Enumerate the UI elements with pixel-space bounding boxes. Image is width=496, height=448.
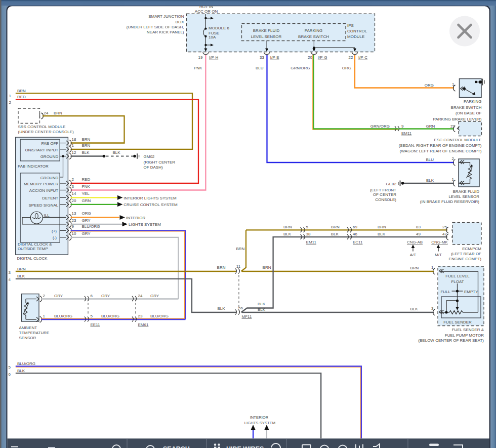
svg-text:BRN: BRN [378,225,386,229]
svg-text:BLK: BLK [82,150,90,155]
svg-text:GRY: GRY [54,294,63,298]
svg-text:(LEFT FRONT: (LEFT FRONT [370,188,396,192]
svg-text:BRN: BRN [17,267,26,271]
svg-text:BLK: BLK [331,232,339,236]
svg-text:23: 23 [72,218,76,223]
svg-text:BRN: BRN [331,225,340,229]
svg-text:5: 5 [306,225,309,229]
svg-text:20: 20 [72,198,76,203]
svg-text:IPS: IPS [347,23,354,28]
svg-text:BLK: BLK [217,306,225,311]
svg-text:ORG: ORG [82,211,91,216]
svg-text:BLU/ORG: BLU/ORG [101,314,119,318]
svg-text:49: 49 [416,232,421,236]
svg-text:6: 6 [91,294,93,298]
svg-text:DIGITAL CLOCK &: DIGITAL CLOCK & [18,242,52,247]
svg-text:23: 23 [138,314,143,318]
svg-text:56: 56 [238,306,243,310]
svg-text:5: 5 [9,365,11,370]
svg-text:DETENT: DETENT [42,196,58,200]
svg-text:MODULE: MODULE [347,34,364,39]
svg-text:BLK: BLK [112,150,120,155]
svg-text:BRN: BRN [217,265,226,270]
svg-text:ACC/ON INPUT: ACC/ON INPUT [29,188,58,193]
svg-text:ENGINE COMPT): ENGINE COMPT) [449,257,482,261]
svg-text:PARKING: PARKING [305,28,322,33]
svg-text:GE02: GE02 [386,182,397,186]
svg-text:BLU/ORG: BLU/ORG [54,314,72,318]
svg-text:GM02: GM02 [144,154,155,159]
svg-text:BRN: BRN [17,89,26,93]
svg-text:BLU/ORG: BLU/ORG [82,224,100,229]
svg-text:38: 38 [306,232,311,236]
svg-text:SENSOR: SENSOR [19,336,36,340]
svg-text:33: 33 [260,55,264,60]
svg-text:ILL: ILL [44,213,50,218]
svg-text:CONTROL: CONTROL [347,29,367,33]
svg-text:GRY: GRY [150,294,159,298]
svg-text:BLK: BLK [410,307,419,311]
svg-text:ACC OR ON: ACC OR ON [195,9,218,14]
svg-text:A/T: A/T [410,253,417,257]
svg-text:BRN: BRN [82,143,91,148]
svg-text:13: 13 [72,211,76,216]
svg-text:GROUND: GROUND [40,154,59,159]
svg-text:BLU/ORG: BLU/ORG [150,314,169,318]
svg-text:(RIGHT CENTER: (RIGHT CENTER [144,160,176,165]
svg-text:(LEFT REAR OF: (LEFT REAR OF [451,252,481,256]
svg-text:22: 22 [450,124,455,129]
svg-text:2: 2 [452,156,454,161]
svg-text:INTERIOR: INTERIOR [250,415,269,420]
svg-text:NEAR KICK PANEL): NEAR KICK PANEL) [147,30,184,34]
svg-text:GRY: GRY [101,294,110,298]
svg-text:SRS CONTROL MODULE: SRS CONTROL MODULE [18,125,66,129]
svg-text:ESC CONTROL MODULE: ESC CONTROL MODULE [434,138,482,142]
svg-text:M/T: M/T [435,253,442,257]
svg-text:INTERIOR: INTERIOR [126,216,145,220]
svg-text:I/P-G: I/P-G [318,55,327,60]
svg-text:GRN: GRN [426,124,435,129]
svg-text:FUEL SENDER: FUEL SENDER [443,320,472,324]
svg-text:BLK: BLK [258,302,266,306]
svg-text:BRN: BRN [410,266,419,270]
svg-text:GRY: GRY [82,231,91,236]
svg-text:BLU/ORG: BLU/ORG [17,361,35,366]
svg-text:3: 3 [431,306,434,311]
svg-text:ON/START INPUT: ON/START INPUT [25,148,58,152]
svg-text:SEARCH: SEARCH [163,445,190,448]
svg-text:25: 25 [442,225,447,229]
svg-text:18: 18 [72,137,76,142]
svg-text:MF11: MF11 [242,314,252,319]
svg-text:GROUND: GROUND [40,176,59,180]
svg-text:BRN: BRN [236,247,245,251]
svg-text:BLK: BLK [426,178,434,183]
svg-text:BLK: BLK [258,307,266,312]
svg-text:I/P-C: I/P-C [358,55,367,60]
svg-text:12: 12 [72,150,76,155]
svg-text:BRAKE FLUID: BRAKE FLUID [253,28,280,33]
svg-text:(BELOW CENTER OF REAR SEAT): (BELOW CENTER OF REAR SEAT) [418,338,484,343]
svg-text:FUEL SENDER &: FUEL SENDER & [452,328,484,332]
svg-text:BLK: BLK [17,274,25,278]
svg-text:MEMORY POWER: MEMORY POWER [24,182,58,186]
svg-text:GRN/ORG: GRN/ORG [370,124,390,129]
svg-text:22: 22 [349,55,353,60]
svg-text:BLK: BLK [378,232,386,236]
svg-text:24: 24 [44,111,49,115]
svg-text:INTERIOR LIGHTS SYSTEM: INTERIOR LIGHTS SYSTEM [123,196,177,200]
svg-text:BRN: BRN [263,265,271,270]
svg-text:FUEL PUMP MOTOR: FUEL PUMP MOTOR [445,333,484,338]
svg-text:EM61: EM61 [138,322,149,327]
svg-text:MODULE 6: MODULE 6 [209,26,229,30]
svg-text:1: 1 [72,143,74,148]
svg-text:GRN: GRN [82,198,91,203]
svg-text:14: 14 [72,191,76,196]
svg-text:BRAKE SWITCH: BRAKE SWITCH [298,34,329,39]
svg-text:ORG: ORG [342,66,351,70]
svg-text:1: 1 [431,265,434,270]
svg-text:PAB OFF: PAB OFF [42,141,59,146]
svg-text:(UNDER CENTER CONSOLE): (UNDER CENTER CONSOLE) [18,130,74,134]
svg-text:BRAKE FLUID: BRAKE FLUID [453,189,480,194]
svg-text:BRN: BRN [82,137,91,142]
svg-text:1: 1 [452,177,454,182]
